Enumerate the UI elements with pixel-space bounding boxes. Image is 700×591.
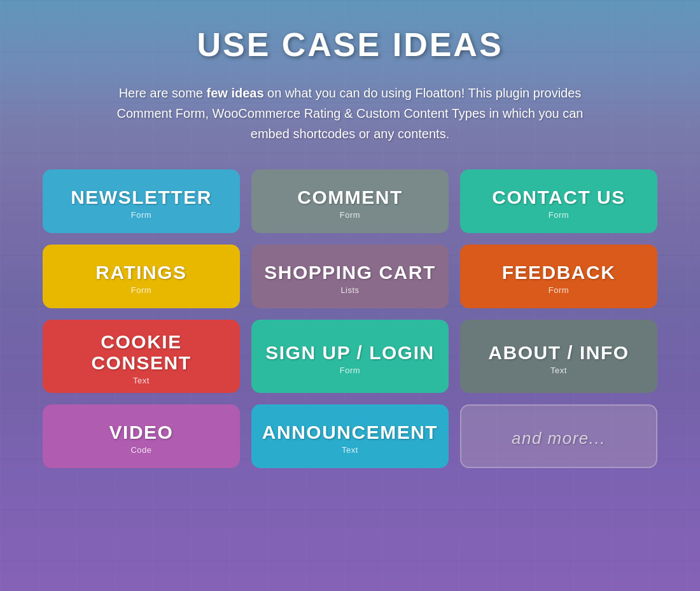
card-subtitle-comment: Form (340, 210, 360, 220)
description-text: Here are some few ideas on what you can … (102, 83, 598, 144)
card-subtitle-ratings: Form (131, 285, 151, 295)
card-contact-us[interactable]: CONTACT USForm (460, 169, 657, 233)
card-and-more[interactable]: and more... (460, 404, 657, 468)
card-title-and-more: and more... (512, 429, 606, 448)
card-title-comment: COMMENT (297, 187, 402, 208)
card-title-shopping-cart: SHOPPING CART (264, 262, 436, 283)
card-subtitle-announcement: Text (342, 445, 358, 455)
card-subtitle-about-info: Text (550, 366, 567, 375)
card-title-about-info: ABOUT / INFO (488, 342, 629, 363)
card-title-video: VIDEO (109, 422, 174, 443)
card-title-newsletter: NEWSLETTER (71, 187, 212, 208)
card-feedback[interactable]: FEEDBACKForm (460, 245, 657, 308)
card-subtitle-shopping-cart: Lists (340, 285, 359, 295)
card-subtitle-newsletter: Form (131, 210, 151, 220)
card-newsletter[interactable]: NEWSLETTERForm (43, 169, 240, 233)
card-title-announcement: ANNOUNCEMENT (262, 422, 438, 443)
card-ratings[interactable]: RATINGSForm (43, 245, 240, 308)
description-intro: Here are some (119, 86, 207, 100)
card-about-info[interactable]: ABOUT / INFOText (460, 320, 657, 393)
card-title-cookie-consent: COOKIE CONSENT (50, 331, 232, 373)
cards-grid: NEWSLETTERFormCOMMENTFormCONTACT USFormR… (43, 169, 657, 468)
card-subtitle-sign-up-login: Form (340, 366, 360, 375)
card-subtitle-feedback: Form (549, 285, 569, 295)
card-title-sign-up-login: SIGN UP / LOGIN (265, 342, 434, 363)
card-subtitle-video: Code (130, 445, 151, 455)
card-title-feedback: FEEDBACK (502, 262, 616, 283)
card-cookie-consent[interactable]: COOKIE CONSENTText (43, 320, 240, 393)
page-title: USE CASE IDEAS (197, 25, 503, 64)
card-video[interactable]: VIDEOCode (43, 404, 240, 468)
card-subtitle-cookie-consent: Text (133, 376, 150, 385)
card-subtitle-contact-us: Form (549, 210, 569, 220)
card-announcement[interactable]: ANNOUNCEMENTText (251, 404, 449, 468)
main-content: USE CASE IDEAS Here are some few ideas o… (0, 0, 700, 591)
card-sign-up-login[interactable]: SIGN UP / LOGINForm (251, 320, 449, 393)
card-title-contact-us: CONTACT US (492, 187, 625, 208)
card-shopping-cart[interactable]: SHOPPING CARTLists (251, 245, 449, 308)
description-bold: few ideas (206, 86, 263, 100)
card-comment[interactable]: COMMENTForm (251, 169, 449, 233)
card-title-ratings: RATINGS (95, 262, 186, 283)
